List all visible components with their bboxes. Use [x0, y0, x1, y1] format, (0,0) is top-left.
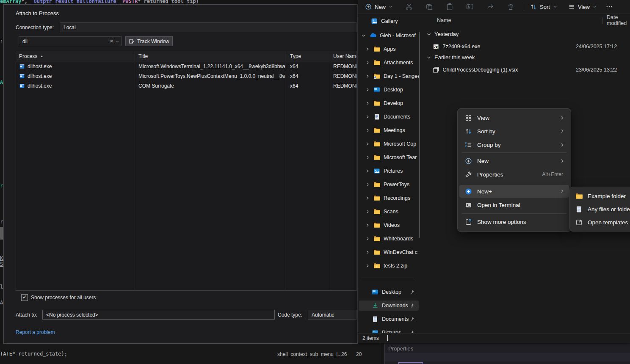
report-problem-link[interactable]: Report a problem	[16, 329, 55, 335]
clear-filter-icon[interactable]: ✕	[110, 39, 113, 44]
nav-item-onedrive[interactable]: Gleb - Microsof	[359, 30, 419, 41]
process-filter-input[interactable]: dll ✕	[19, 36, 122, 46]
context-menu-item-new[interactable]: New	[459, 154, 569, 167]
group-header-earlier-this-week[interactable]: Earlier this week	[426, 54, 475, 61]
column-divider[interactable]	[330, 51, 330, 290]
submenu-item-example-folder[interactable]: Example folder	[572, 190, 630, 202]
view-button[interactable]: View	[564, 1, 601, 12]
copy-icon[interactable]	[426, 3, 433, 11]
chevron-right-icon[interactable]	[365, 196, 370, 201]
nav-item-meetings[interactable]: Meetings	[359, 125, 419, 135]
chevron-down-icon[interactable]	[426, 32, 431, 37]
nav-item-pinned-desktop[interactable]: Desktop	[359, 287, 419, 297]
chevron-right-icon[interactable]	[365, 168, 370, 174]
submenu-item-any-files-or-folders[interactable]: Any files or folde	[572, 203, 630, 215]
cut-icon[interactable]	[405, 3, 413, 11]
delete-icon[interactable]	[507, 3, 514, 11]
nav-item-desktop[interactable]: Desktop	[359, 85, 419, 95]
chevron-right-icon[interactable]	[365, 223, 370, 228]
chevron-right-icon[interactable]	[365, 141, 370, 146]
properties-panel-button[interactable]	[398, 362, 423, 364]
column-header-user[interactable]: User Name	[330, 51, 356, 61]
code-type-combobox[interactable]: Automatic	[308, 310, 357, 320]
rename-icon[interactable]	[466, 3, 474, 11]
connection-type-combobox[interactable]: Local	[60, 22, 357, 32]
navigation-scrollbar[interactable]	[419, 32, 420, 238]
chevron-right-icon[interactable]	[365, 209, 370, 214]
show-all-users-checkbox[interactable]: ✓	[21, 294, 28, 301]
context-menu-item-view[interactable]: View	[459, 111, 569, 124]
group-by-icon	[465, 141, 472, 149]
chevron-right-icon[interactable]	[365, 87, 370, 92]
process-type: x64	[285, 73, 330, 79]
process-row[interactable]: dllhost.exe Microsoft.WindowsTerminal_1.…	[16, 61, 356, 71]
column-divider[interactable]	[135, 51, 135, 290]
chevron-right-icon[interactable]	[365, 250, 370, 255]
share-icon[interactable]	[486, 3, 494, 11]
chevron-right-icon[interactable]	[365, 47, 370, 52]
file-row-7z2409[interactable]: 7z2409-x64.exe 24/06/2025 17:12 Applicat…	[425, 41, 628, 52]
column-header-date-modified[interactable]: Date modified	[607, 14, 630, 27]
chevron-down-icon[interactable]	[361, 33, 366, 38]
nav-item-gallery[interactable]: Gallery	[359, 16, 419, 26]
vs-navigation-item[interactable]: shell_context_sub_menu_i...	[277, 351, 342, 357]
nav-item-attachments[interactable]: Attachments	[359, 58, 419, 68]
nav-item-powertoys[interactable]: PowerToys	[359, 179, 419, 190]
sort-button[interactable]: Sort	[526, 1, 561, 12]
chevron-right-icon[interactable]	[365, 155, 370, 160]
paste-icon[interactable]	[446, 3, 453, 11]
chevron-right-icon[interactable]	[365, 236, 370, 241]
chevron-right-icon[interactable]	[365, 182, 370, 187]
track-window-button[interactable]: Track Window	[125, 36, 173, 46]
nav-item-recordings[interactable]: Recordings	[359, 193, 419, 203]
nav-item-microsoft-copilot[interactable]: Microsoft Cop	[359, 139, 419, 149]
nav-item-videos[interactable]: Videos	[359, 220, 419, 230]
context-menu-item-group-by[interactable]: Group by	[459, 138, 569, 151]
context-menu-item-new-plus[interactable]: New+	[459, 185, 569, 198]
chevron-right-icon[interactable]	[365, 263, 370, 268]
nav-item-windevchat[interactable]: WinDevChat c	[359, 247, 419, 257]
chevron-right-icon[interactable]	[365, 114, 370, 119]
chevron-right-icon[interactable]	[365, 101, 370, 106]
vs-properties-panel: Properties	[384, 344, 630, 364]
editor-scrollbar-thumb[interactable]	[0, 227, 3, 240]
context-menu-item-properties[interactable]: Properties Alt+Enter	[459, 168, 569, 181]
sort-arrows-icon	[465, 128, 472, 135]
nav-item-pinned-documents[interactable]: Documents	[359, 314, 419, 324]
nav-item-microsoft-teams[interactable]: Microsoft Tear	[359, 152, 419, 163]
file-row-childprocessdebugging[interactable]: ChildProcessDebugging (1).vsix 23/06/202…	[425, 64, 628, 75]
context-menu: View Sort by Group by New Properties Alt…	[457, 108, 571, 232]
show-more-options-icon	[465, 218, 472, 226]
attach-to-field[interactable]: <No process selected>	[42, 310, 275, 320]
column-divider[interactable]	[602, 17, 603, 24]
context-menu-item-open-in-terminal[interactable]: Open in Terminal	[459, 199, 569, 211]
chevron-right-icon[interactable]	[365, 128, 370, 133]
new-button[interactable]: New	[361, 1, 397, 12]
nav-item-whiteboards[interactable]: Whiteboards	[359, 234, 419, 244]
nav-item-pinned-downloads[interactable]: Downloads	[359, 301, 419, 311]
nav-item-apps[interactable]: Apps	[359, 44, 419, 54]
nav-item-pinned-pictures[interactable]: Pictures	[359, 328, 419, 334]
context-menu-item-show-more-options[interactable]: Show more options	[459, 215, 569, 228]
nav-item-day1[interactable]: Day 1 - Sangee	[359, 71, 419, 81]
column-header-type[interactable]: Type	[285, 51, 330, 61]
process-row[interactable]: dllhost.exe Microsoft.PowerToys.NewPlusC…	[16, 71, 356, 81]
nav-item-develop[interactable]: Develop	[359, 98, 419, 108]
column-header-name[interactable]: Name	[437, 14, 451, 27]
group-header-yesterday[interactable]: Yesterday	[426, 31, 459, 37]
chevron-right-icon[interactable]	[365, 60, 370, 65]
nav-item-tests-zip[interactable]: tests 2.zip	[359, 261, 419, 271]
chevron-down-icon[interactable]	[426, 55, 431, 60]
nav-item-scans[interactable]: Scans	[359, 207, 419, 217]
chevron-right-icon[interactable]	[365, 74, 370, 79]
context-menu-item-sort-by[interactable]: Sort by	[459, 125, 569, 138]
column-divider[interactable]	[285, 51, 285, 290]
nav-item-pictures[interactable]: Pictures	[359, 166, 419, 176]
chevron-down-icon[interactable]	[115, 39, 119, 44]
more-options-icon[interactable]	[605, 3, 613, 11]
column-header-process[interactable]: Process ▲	[16, 51, 135, 61]
nav-item-documents[interactable]: Documents	[359, 112, 419, 122]
submenu-item-open-templates[interactable]: Open templates	[572, 216, 630, 229]
column-header-title[interactable]: Title	[135, 51, 285, 61]
process-row[interactable]: dllhost.exe COM Surrogate x64 REDMOND	[16, 81, 356, 91]
